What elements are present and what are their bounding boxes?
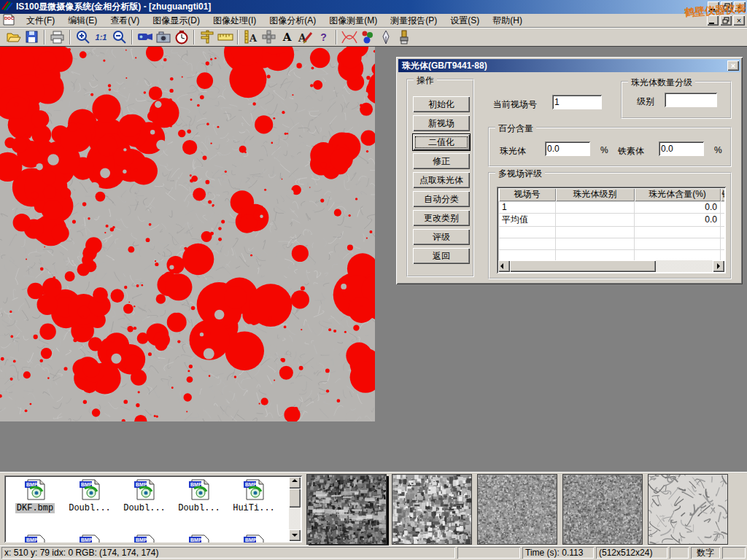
svg-text:BMP: BMP	[245, 537, 257, 542]
pick-pearlite-button[interactable]: 点取珠光体	[413, 172, 470, 188]
phase-balls-icon[interactable]	[358, 29, 376, 45]
file-browser: BMP DKF.bmp BMP Doubl... BMP Doubl... BM…	[4, 475, 302, 542]
grade-input[interactable]	[665, 93, 717, 107]
file-item[interactable]: BMP	[8, 534, 62, 542]
menu-view[interactable]: 查看(V)	[104, 13, 146, 28]
multi-field-group-label: 多视场评级	[495, 168, 545, 180]
file-item[interactable]: BMP	[117, 534, 171, 542]
thumbnail-2[interactable]	[392, 474, 472, 545]
menu-settings[interactable]: 设置(S)	[444, 13, 486, 28]
operation-group: 操作 初始化 新视场 二值化 修正 点取珠光体 自动分类 更改类别 评级 返回	[406, 79, 474, 277]
hscroll-thumb[interactable]	[510, 260, 656, 272]
measure-text-icon[interactable]: A	[241, 29, 260, 45]
thumbnail-3[interactable]	[477, 474, 557, 545]
new-field-button[interactable]: 新视场	[413, 115, 470, 131]
toolbar: 1:1 A A A ?	[0, 28, 747, 47]
actual-size-icon[interactable]: 1:1	[92, 29, 110, 45]
file-vscrollbar[interactable]	[289, 477, 301, 541]
vscroll-thumb[interactable]	[289, 489, 301, 508]
video-camera-icon[interactable]	[136, 29, 154, 45]
close-button-icon[interactable]: ×	[734, 1, 746, 12]
dialog-close-icon[interactable]: ×	[727, 61, 739, 71]
ruler-icon[interactable]	[216, 29, 234, 45]
file-item[interactable]: BMP	[63, 534, 117, 542]
file-name[interactable]: Doubl...	[67, 503, 112, 513]
bmp-file-icon: BMP	[132, 534, 157, 542]
text-label-icon[interactable]: A	[278, 29, 296, 45]
binarize-button[interactable]: 二值化	[413, 134, 470, 150]
table-row[interactable]: 平均值0.0	[499, 213, 725, 226]
caliper-icon[interactable]	[198, 29, 216, 45]
scroll-down-icon[interactable]	[289, 529, 301, 541]
child-minimize-button-icon[interactable]	[707, 15, 719, 26]
ferrite-percent-sign: %	[714, 145, 722, 155]
pen-tool-icon[interactable]	[376, 29, 395, 45]
menu-image-analysis[interactable]: 图像分析(A)	[263, 13, 322, 28]
svg-text:DOC: DOC	[4, 16, 15, 20]
correct-button[interactable]: 修正	[413, 153, 470, 169]
file-item[interactable]: BMP	[227, 534, 281, 542]
file-item[interactable]: BMP	[172, 534, 226, 542]
change-class-button[interactable]: 更改类别	[413, 210, 470, 226]
grade-button[interactable]: 评级	[413, 229, 470, 245]
title-bar: IS100显微摄像系统(金相分析版) - [zhuguangti01] ×	[0, 0, 747, 14]
zoom-in-icon[interactable]	[74, 29, 92, 45]
child-close-button-icon[interactable]: ×	[733, 15, 745, 26]
open-file-icon[interactable]	[4, 29, 23, 45]
table-row	[499, 238, 725, 249]
timer-clock-icon[interactable]	[172, 29, 190, 45]
zoom-out-icon[interactable]	[110, 29, 128, 45]
scroll-up-icon[interactable]	[289, 477, 301, 489]
file-name[interactable]: Doubl...	[177, 503, 222, 513]
dialog-title-bar[interactable]: 珠光体(GB/T9441-88) ×	[398, 59, 740, 72]
multi-field-group: 多视场评级 视场号 珠光体级别 珠光体含量(%) 铁素体含量(%) 10.0 平…	[488, 172, 732, 279]
status-bar: x: 510 y: 79 idx: 0 RGB: (174, 174, 174)…	[0, 545, 747, 560]
file-item[interactable]: BMP HuiTi...	[227, 478, 281, 513]
help-icon[interactable]: ?	[314, 29, 333, 45]
initialize-button[interactable]: 初始化	[413, 96, 470, 112]
menu-help[interactable]: 帮助(H)	[486, 13, 529, 28]
current-field-input[interactable]	[552, 95, 602, 109]
file-item[interactable]: BMP Doubl...	[172, 478, 226, 513]
menu-image-measure[interactable]: 图像测量(M)	[322, 13, 384, 28]
pearlite-dialog: 珠光体(GB/T9441-88) × 操作 初始化 新视场 二值化 修正 点取珠…	[396, 57, 743, 284]
save-icon[interactable]	[23, 29, 41, 45]
file-name[interactable]: HuiTi...	[231, 503, 276, 513]
percent-group: 百分含量 珠光体 % 铁素体 %	[488, 127, 732, 167]
table-row[interactable]: 10.0	[499, 201, 725, 213]
photo-camera-icon[interactable]	[154, 29, 172, 45]
thumbnail-5[interactable]	[648, 474, 728, 545]
table-hscrollbar[interactable]	[498, 260, 724, 272]
app-icon	[1, 1, 13, 13]
scroll-left-icon[interactable]	[498, 260, 510, 272]
thumbnail-1[interactable]	[306, 474, 387, 545]
pearlite-percent-input[interactable]	[545, 141, 590, 156]
menu-file[interactable]: 文件(F)	[20, 13, 61, 28]
brush-tool-icon[interactable]	[395, 29, 413, 45]
file-item[interactable]: BMP Doubl...	[63, 478, 117, 513]
minimize-button-icon[interactable]	[708, 1, 719, 12]
file-item[interactable]: BMP DKF.bmp	[8, 478, 62, 513]
file-item[interactable]: BMP Doubl...	[117, 478, 171, 513]
print-icon[interactable]	[48, 29, 66, 45]
ferrite-percent-input[interactable]	[659, 141, 704, 156]
menu-image-process[interactable]: 图像处理(I)	[206, 13, 263, 28]
menu-measure-report[interactable]: 测量报告(P)	[384, 13, 444, 28]
auto-classify-button[interactable]: 自动分类	[413, 191, 470, 207]
menu-edit[interactable]: 编辑(E)	[61, 13, 104, 28]
file-name[interactable]: DKF.bmp	[15, 503, 55, 513]
pearlite-percent-sign: %	[600, 145, 608, 155]
file-name[interactable]: Doubl...	[122, 503, 167, 513]
menu-image-display[interactable]: 图像显示(D)	[146, 13, 206, 28]
col-field-no: 视场号	[499, 188, 556, 201]
grid-cross-icon[interactable]	[260, 29, 278, 45]
scroll-right-icon[interactable]	[713, 260, 724, 272]
metallograph-binarized-image[interactable]	[0, 47, 375, 421]
return-button[interactable]: 返回	[413, 248, 470, 264]
annotate-text-icon[interactable]: A	[296, 29, 314, 45]
restore-button-icon[interactable]	[721, 1, 732, 12]
curve-tool-icon[interactable]	[340, 29, 358, 45]
document-icon[interactable]: DOC	[2, 14, 15, 28]
thumbnail-4[interactable]	[562, 474, 643, 545]
child-restore-button-icon[interactable]	[720, 15, 732, 26]
